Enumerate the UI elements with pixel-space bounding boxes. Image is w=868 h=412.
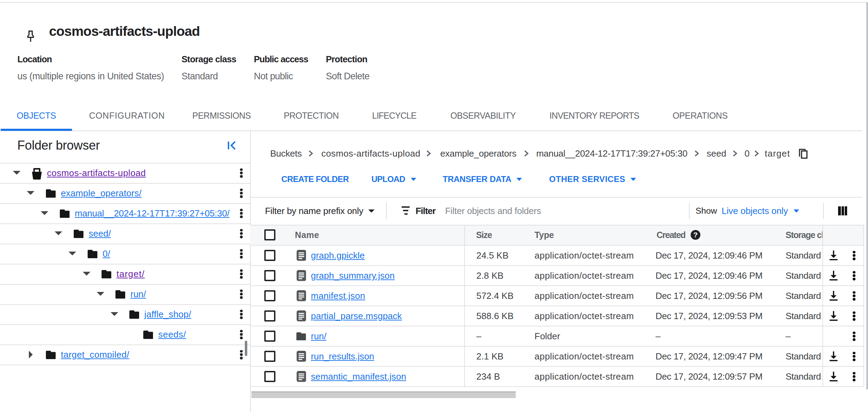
svg-text:?: ? — [693, 231, 698, 239]
